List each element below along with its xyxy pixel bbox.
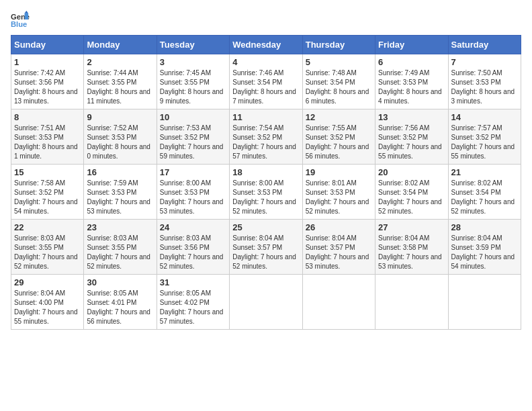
header: General Blue <box>11 11 521 30</box>
calendar-cell <box>375 275 448 330</box>
day-info: Sunrise: 8:00 AM Sunset: 3:53 PM Dayligh… <box>232 179 299 216</box>
day-info: Sunrise: 8:03 AM Sunset: 3:56 PM Dayligh… <box>160 234 226 271</box>
day-info: Sunrise: 8:05 AM Sunset: 4:02 PM Dayligh… <box>160 289 226 326</box>
day-number: 22 <box>14 222 81 232</box>
logo-icon: General Blue <box>11 11 30 30</box>
calendar-cell: 8 Sunrise: 7:51 AM Sunset: 3:53 PM Dayli… <box>11 109 84 165</box>
day-number: 20 <box>378 167 445 177</box>
calendar-cell: 30 Sunrise: 8:05 AM Sunset: 4:01 PM Dayl… <box>84 275 157 330</box>
day-number: 2 <box>87 57 153 67</box>
day-info: Sunrise: 8:03 AM Sunset: 3:55 PM Dayligh… <box>14 234 81 271</box>
day-info: Sunrise: 8:03 AM Sunset: 3:55 PM Dayligh… <box>87 234 153 271</box>
day-info: Sunrise: 8:04 AM Sunset: 3:59 PM Dayligh… <box>451 234 518 271</box>
calendar-cell: 7 Sunrise: 7:50 AM Sunset: 3:53 PM Dayli… <box>448 54 521 109</box>
calendar-cell: 2 Sunrise: 7:44 AM Sunset: 3:55 PM Dayli… <box>84 54 157 109</box>
day-number: 28 <box>451 222 518 232</box>
calendar-cell: 14 Sunrise: 7:57 AM Sunset: 3:52 PM Dayl… <box>448 109 521 165</box>
svg-text:Blue: Blue <box>11 20 27 28</box>
svg-marker-3 <box>25 11 29 13</box>
calendar-cell: 4 Sunrise: 7:46 AM Sunset: 3:54 PM Dayli… <box>230 54 302 109</box>
calendar-header-row: SundayMondayTuesdayWednesdayThursdayFrid… <box>11 36 521 54</box>
calendar-header-monday: Monday <box>84 36 157 54</box>
calendar-cell <box>448 275 521 330</box>
day-number: 10 <box>160 112 226 122</box>
calendar-cell: 23 Sunrise: 8:03 AM Sunset: 3:55 PM Dayl… <box>84 220 157 275</box>
day-number: 6 <box>378 57 445 67</box>
day-number: 8 <box>14 112 81 122</box>
day-number: 27 <box>378 222 445 232</box>
calendar-cell <box>302 275 375 330</box>
calendar-cell: 24 Sunrise: 8:03 AM Sunset: 3:56 PM Dayl… <box>157 220 229 275</box>
day-number: 14 <box>451 112 518 122</box>
day-number: 31 <box>160 277 226 287</box>
day-info: Sunrise: 7:55 AM Sunset: 3:52 PM Dayligh… <box>306 124 372 161</box>
calendar-week-row: 8 Sunrise: 7:51 AM Sunset: 3:53 PM Dayli… <box>11 109 521 165</box>
day-info: Sunrise: 7:53 AM Sunset: 3:52 PM Dayligh… <box>160 124 226 161</box>
day-number: 4 <box>232 57 299 67</box>
day-number: 29 <box>14 277 81 287</box>
svg-marker-2 <box>25 13 29 19</box>
day-info: Sunrise: 8:01 AM Sunset: 3:53 PM Dayligh… <box>306 179 372 216</box>
day-info: Sunrise: 8:02 AM Sunset: 3:54 PM Dayligh… <box>451 179 518 216</box>
calendar-cell: 27 Sunrise: 8:04 AM Sunset: 3:58 PM Dayl… <box>375 220 448 275</box>
day-number: 1 <box>14 57 81 67</box>
calendar-cell: 12 Sunrise: 7:55 AM Sunset: 3:52 PM Dayl… <box>302 109 375 165</box>
day-info: Sunrise: 8:04 AM Sunset: 3:57 PM Dayligh… <box>232 234 299 271</box>
calendar-cell: 9 Sunrise: 7:52 AM Sunset: 3:53 PM Dayli… <box>84 109 157 165</box>
calendar-header-tuesday: Tuesday <box>157 36 229 54</box>
day-info: Sunrise: 7:51 AM Sunset: 3:53 PM Dayligh… <box>14 124 81 161</box>
day-number: 16 <box>87 167 153 177</box>
day-info: Sunrise: 7:45 AM Sunset: 3:55 PM Dayligh… <box>160 68 226 106</box>
calendar-cell: 29 Sunrise: 8:04 AM Sunset: 4:00 PM Dayl… <box>11 275 84 330</box>
calendar-cell: 26 Sunrise: 8:04 AM Sunset: 3:57 PM Dayl… <box>302 220 375 275</box>
calendar-cell: 1 Sunrise: 7:42 AM Sunset: 3:56 PM Dayli… <box>11 54 84 109</box>
day-info: Sunrise: 7:49 AM Sunset: 3:53 PM Dayligh… <box>378 68 445 106</box>
calendar: SundayMondayTuesdayWednesdayThursdayFrid… <box>11 35 521 330</box>
calendar-cell: 10 Sunrise: 7:53 AM Sunset: 3:52 PM Dayl… <box>157 109 229 165</box>
day-info: Sunrise: 7:52 AM Sunset: 3:53 PM Dayligh… <box>87 124 153 161</box>
day-number: 25 <box>232 222 299 232</box>
calendar-week-row: 29 Sunrise: 8:04 AM Sunset: 4:00 PM Dayl… <box>11 275 521 330</box>
calendar-week-row: 22 Sunrise: 8:03 AM Sunset: 3:55 PM Dayl… <box>11 220 521 275</box>
day-info: Sunrise: 8:02 AM Sunset: 3:54 PM Dayligh… <box>378 179 445 216</box>
day-number: 21 <box>451 167 518 177</box>
calendar-cell: 3 Sunrise: 7:45 AM Sunset: 3:55 PM Dayli… <box>157 54 229 109</box>
day-info: Sunrise: 7:48 AM Sunset: 3:54 PM Dayligh… <box>306 68 372 106</box>
calendar-header-friday: Friday <box>375 36 448 54</box>
calendar-header-wednesday: Wednesday <box>230 36 302 54</box>
day-number: 26 <box>306 222 372 232</box>
calendar-cell: 5 Sunrise: 7:48 AM Sunset: 3:54 PM Dayli… <box>302 54 375 109</box>
day-info: Sunrise: 7:56 AM Sunset: 3:52 PM Dayligh… <box>378 124 445 161</box>
day-number: 13 <box>378 112 445 122</box>
day-number: 19 <box>306 167 372 177</box>
calendar-cell: 17 Sunrise: 8:00 AM Sunset: 3:53 PM Dayl… <box>157 165 229 220</box>
calendar-week-row: 1 Sunrise: 7:42 AM Sunset: 3:56 PM Dayli… <box>11 54 521 109</box>
day-number: 9 <box>87 112 153 122</box>
calendar-cell: 28 Sunrise: 8:04 AM Sunset: 3:59 PM Dayl… <box>448 220 521 275</box>
day-info: Sunrise: 7:44 AM Sunset: 3:55 PM Dayligh… <box>87 68 153 106</box>
calendar-cell: 22 Sunrise: 8:03 AM Sunset: 3:55 PM Dayl… <box>11 220 84 275</box>
logo: General Blue <box>11 11 32 30</box>
day-info: Sunrise: 7:42 AM Sunset: 3:56 PM Dayligh… <box>14 68 81 106</box>
calendar-cell: 25 Sunrise: 8:04 AM Sunset: 3:57 PM Dayl… <box>230 220 302 275</box>
calendar-cell: 18 Sunrise: 8:00 AM Sunset: 3:53 PM Dayl… <box>230 165 302 220</box>
day-number: 5 <box>306 57 372 67</box>
calendar-week-row: 15 Sunrise: 7:58 AM Sunset: 3:52 PM Dayl… <box>11 165 521 220</box>
day-info: Sunrise: 8:04 AM Sunset: 3:58 PM Dayligh… <box>378 234 445 271</box>
day-number: 11 <box>232 112 299 122</box>
day-info: Sunrise: 7:54 AM Sunset: 3:52 PM Dayligh… <box>232 124 299 161</box>
day-number: 30 <box>87 277 153 287</box>
day-number: 7 <box>451 57 518 67</box>
calendar-cell: 21 Sunrise: 8:02 AM Sunset: 3:54 PM Dayl… <box>448 165 521 220</box>
day-number: 18 <box>232 167 299 177</box>
day-number: 17 <box>160 167 226 177</box>
day-number: 15 <box>14 167 81 177</box>
calendar-cell: 31 Sunrise: 8:05 AM Sunset: 4:02 PM Dayl… <box>157 275 229 330</box>
day-info: Sunrise: 7:59 AM Sunset: 3:53 PM Dayligh… <box>87 179 153 216</box>
day-info: Sunrise: 8:05 AM Sunset: 4:01 PM Dayligh… <box>87 289 153 326</box>
day-info: Sunrise: 7:46 AM Sunset: 3:54 PM Dayligh… <box>232 68 299 106</box>
day-number: 12 <box>306 112 372 122</box>
day-info: Sunrise: 7:57 AM Sunset: 3:52 PM Dayligh… <box>451 124 518 161</box>
day-info: Sunrise: 8:04 AM Sunset: 4:00 PM Dayligh… <box>14 289 81 326</box>
calendar-header-sunday: Sunday <box>11 36 84 54</box>
